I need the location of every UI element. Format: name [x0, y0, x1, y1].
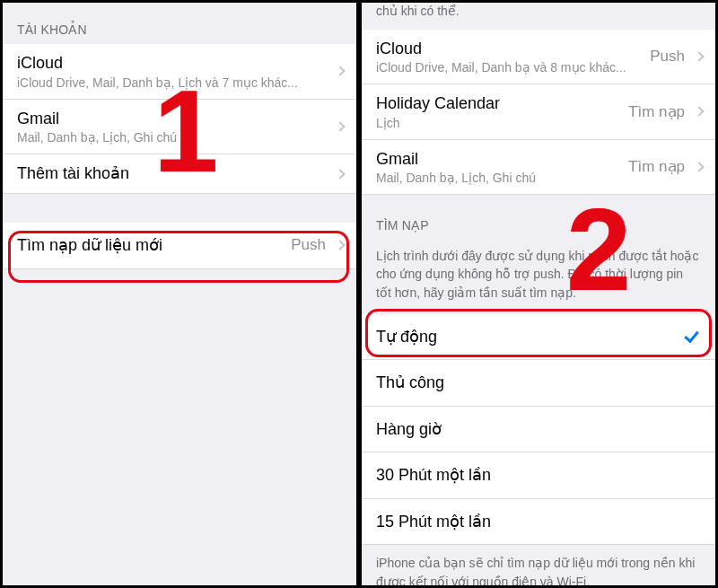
fetch-row-list: Tìm nạp dữ liệu mới Push: [3, 223, 356, 269]
account-subtitle: iCloud Drive, Mail, Danh bạ và 8 mục khá…: [376, 60, 650, 75]
fetch-schedule-list: Tự động Thủ công Hàng giờ 30 Phút một lầ…: [362, 314, 715, 546]
accounts-section-header: TÀI KHOẢN: [3, 3, 356, 44]
chevron-right-icon: [335, 121, 345, 131]
chevron-right-icon: [335, 66, 345, 76]
add-account-label: Thêm tài khoản: [17, 163, 331, 184]
panel-step-2: chủ khi có thể. iCloud iCloud Drive, Mai…: [359, 3, 715, 585]
account-subtitle: Mail, Danh bạ, Lịch, Ghi chú: [17, 130, 331, 145]
account-row-icloud[interactable]: iCloud iCloud Drive, Mail, Danh bạ và 8 …: [362, 30, 715, 85]
fetch-section-note: Lịch trình dưới đây được sử dụng khi pus…: [362, 240, 715, 314]
account-title: iCloud: [17, 53, 331, 74]
schedule-option-hourly[interactable]: Hàng giờ: [362, 407, 715, 453]
fetch-row-value: Push: [291, 236, 326, 254]
schedule-option-manual[interactable]: Thủ công: [362, 360, 715, 407]
account-row-icloud[interactable]: iCloud iCloud Drive, Mail, Danh bạ, Lịch…: [3, 44, 356, 100]
chevron-right-icon: [694, 162, 704, 171]
schedule-label: 30 Phút một lần: [376, 465, 705, 486]
section-separator: [3, 194, 356, 223]
account-value: Tìm nạp: [628, 102, 685, 121]
account-title: iCloud: [376, 39, 650, 59]
schedule-label: Thủ công: [376, 373, 705, 393]
fetch-new-data-row[interactable]: Tìm nạp dữ liệu mới Push: [3, 223, 356, 269]
schedule-option-30min[interactable]: 30 Phút một lần: [362, 452, 715, 499]
account-title: Gmail: [376, 149, 628, 170]
schedule-label: Tự động: [376, 327, 683, 347]
account-row-gmail[interactable]: Gmail Mail, Danh bạ, Lịch, Ghi chú Tìm n…: [362, 140, 715, 196]
fetch-section-header: TÌM NẠP: [362, 195, 715, 240]
schedule-option-15min[interactable]: 15 Phút một lần: [362, 499, 715, 546]
account-row-gmail[interactable]: Gmail Mail, Danh bạ, Lịch, Ghi chú: [3, 100, 356, 155]
fetch-footer-note: iPhone của bạn sẽ chỉ tìm nạp dữ liệu mớ…: [362, 545, 715, 585]
panel-step-1: TÀI KHOẢN iCloud iCloud Drive, Mail, Dan…: [3, 3, 359, 585]
accounts-list-right: iCloud iCloud Drive, Mail, Danh bạ và 8 …: [362, 30, 715, 196]
account-row-holiday[interactable]: Holiday Calendar Lịch Tìm nạp: [362, 84, 715, 140]
schedule-label: 15 Phút một lần: [376, 512, 705, 532]
checkmark-icon: [683, 331, 699, 342]
account-title: Gmail: [17, 109, 331, 129]
schedule-label: Hàng giờ: [376, 419, 705, 440]
account-subtitle: Lịch: [376, 116, 628, 130]
schedule-option-auto[interactable]: Tự động: [362, 314, 715, 361]
account-value: Push: [650, 48, 685, 66]
chevron-right-icon: [335, 241, 345, 250]
partial-note-top: chủ khi có thể.: [362, 3, 715, 30]
accounts-list: iCloud iCloud Drive, Mail, Danh bạ, Lịch…: [3, 44, 356, 194]
fetch-row-title: Tìm nạp dữ liệu mới: [17, 235, 291, 256]
account-title: Holiday Calendar: [376, 93, 628, 114]
screenshot-frame: TÀI KHOẢN iCloud iCloud Drive, Mail, Dan…: [0, 0, 718, 588]
account-subtitle: iCloud Drive, Mail, Danh bạ, Lịch và 7 m…: [17, 75, 331, 90]
account-value: Tìm nạp: [628, 157, 685, 176]
account-subtitle: Mail, Danh bạ, Lịch, Ghi chú: [376, 171, 628, 185]
chevron-right-icon: [694, 51, 704, 61]
chevron-right-icon: [694, 107, 704, 117]
chevron-right-icon: [335, 169, 345, 179]
add-account-row[interactable]: Thêm tài khoản: [3, 154, 356, 194]
